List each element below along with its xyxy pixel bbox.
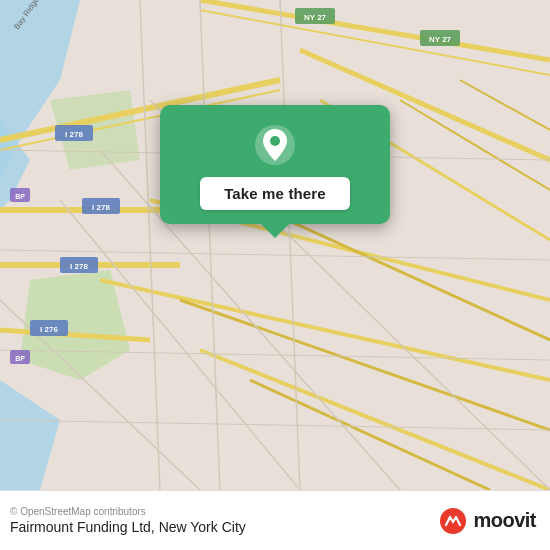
map-background: Bay Ridge Channel [0, 0, 550, 490]
svg-text:NY 27: NY 27 [304, 13, 327, 22]
take-me-there-button[interactable]: Take me there [200, 177, 350, 210]
footer-left: © OpenStreetMap contributors Fairmount F… [10, 506, 246, 535]
svg-text:NY 27: NY 27 [429, 35, 452, 44]
footer-bar: © OpenStreetMap contributors Fairmount F… [0, 490, 550, 550]
svg-text:I 278: I 278 [65, 130, 83, 139]
moovit-brand-text: moovit [473, 509, 536, 532]
svg-text:I 278: I 278 [92, 203, 110, 212]
location-pin-icon [253, 123, 297, 167]
location-name: Fairmount Funding Ltd, New York City [10, 519, 246, 535]
svg-text:I 278: I 278 [70, 262, 88, 271]
location-popup: Take me there [160, 105, 390, 224]
map-container: Bay Ridge Channel [0, 0, 550, 490]
moovit-brand-icon [439, 507, 467, 535]
svg-text:I 276: I 276 [40, 325, 58, 334]
osm-credit: © OpenStreetMap contributors [10, 506, 246, 517]
svg-rect-0 [0, 0, 550, 490]
svg-text:BP: BP [15, 193, 25, 200]
svg-text:BP: BP [15, 355, 25, 362]
svg-point-52 [270, 136, 280, 146]
moovit-logo[interactable]: moovit [439, 507, 536, 535]
